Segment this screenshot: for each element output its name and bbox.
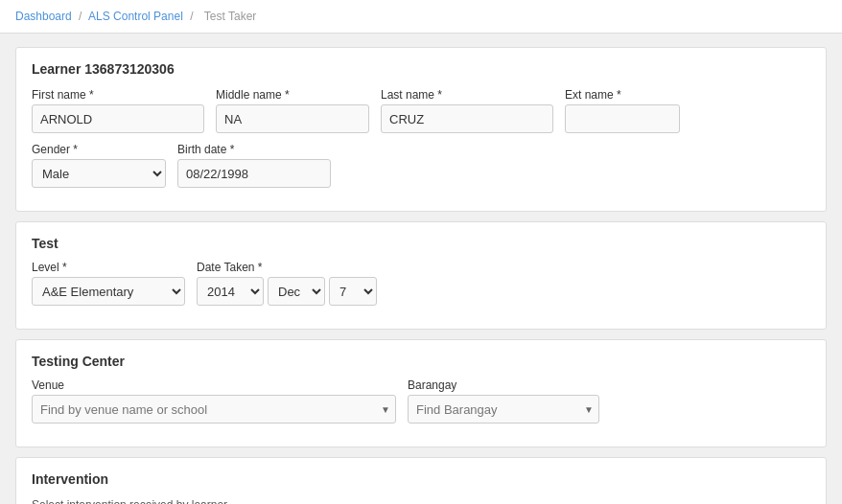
barangay-input[interactable] [408, 395, 599, 424]
gender-select[interactable]: Male Female [32, 159, 166, 188]
test-card: Test Level * A&E Elementary A&E Secondar… [15, 221, 827, 330]
date-taken-row: 2014 2015 Jan Feb Mar Apr May Jun Jul Au… [197, 277, 377, 306]
venue-label: Venue [32, 378, 396, 392]
venue-wrapper: ▼ [32, 395, 396, 424]
last-name-label: Last name * [381, 88, 553, 102]
learner-card: Learner 136873120306 First name * Middle… [15, 47, 827, 212]
middle-name-input[interactable] [216, 104, 369, 133]
breadcrumb-current: Test Taker [204, 10, 256, 23]
testing-center-card: Testing Center Venue ▼ Barangay ▼ [15, 339, 827, 447]
last-name-group: Last name * [381, 88, 553, 133]
test-section-title: Test [32, 236, 810, 251]
intervention-title: Intervention [32, 471, 810, 487]
venue-group: Venue ▼ [32, 378, 396, 424]
barangay-wrapper: ▼ [408, 395, 599, 424]
level-label: Level * [32, 261, 185, 274]
birth-date-label: Birth date * [177, 143, 331, 156]
testing-center-title: Testing Center [32, 354, 810, 369]
breadcrumb-sep-1: / [79, 10, 82, 23]
middle-name-label: Middle name * [216, 88, 369, 102]
ext-name-group: Ext name * [565, 88, 680, 133]
breadcrumb-als[interactable]: ALS Control Panel [88, 10, 183, 23]
day-select[interactable]: 7 [329, 277, 377, 306]
birth-date-group: Birth date * [177, 143, 331, 188]
first-name-label: First name * [32, 88, 204, 102]
gender-label: Gender * [32, 143, 166, 156]
intervention-card: Intervention Select intervention receive… [15, 457, 827, 504]
level-select[interactable]: A&E Elementary A&E Secondary [32, 277, 185, 306]
barangay-group: Barangay ▼ [408, 378, 599, 424]
venue-input[interactable] [32, 395, 396, 424]
birth-date-input[interactable] [177, 159, 331, 188]
level-group: Level * A&E Elementary A&E Secondary [32, 261, 185, 306]
learner-id: Learner 136873120306 [32, 61, 810, 77]
middle-name-group: Middle name * [216, 88, 369, 133]
breadcrumb: Dashboard / ALS Control Panel / Test Tak… [0, 0, 842, 34]
breadcrumb-sep-2: / [190, 10, 193, 23]
ext-name-input[interactable] [565, 104, 680, 133]
year-select[interactable]: 2014 2015 [197, 277, 264, 306]
intervention-description: Select intervention received by learnerf… [32, 496, 810, 504]
first-name-group: First name * [32, 88, 204, 133]
month-select[interactable]: Jan Feb Mar Apr May Jun Jul Aug Sep Oct … [268, 277, 325, 306]
gender-group: Gender * Male Female [32, 143, 166, 188]
date-taken-label: Date Taken * [197, 261, 377, 274]
date-taken-group: Date Taken * 2014 2015 Jan Feb Mar Apr M… [197, 261, 377, 306]
first-name-input[interactable] [32, 104, 204, 133]
last-name-input[interactable] [381, 104, 553, 133]
barangay-label: Barangay [408, 378, 599, 392]
breadcrumb-dashboard[interactable]: Dashboard [15, 10, 72, 23]
ext-name-label: Ext name * [565, 88, 680, 102]
